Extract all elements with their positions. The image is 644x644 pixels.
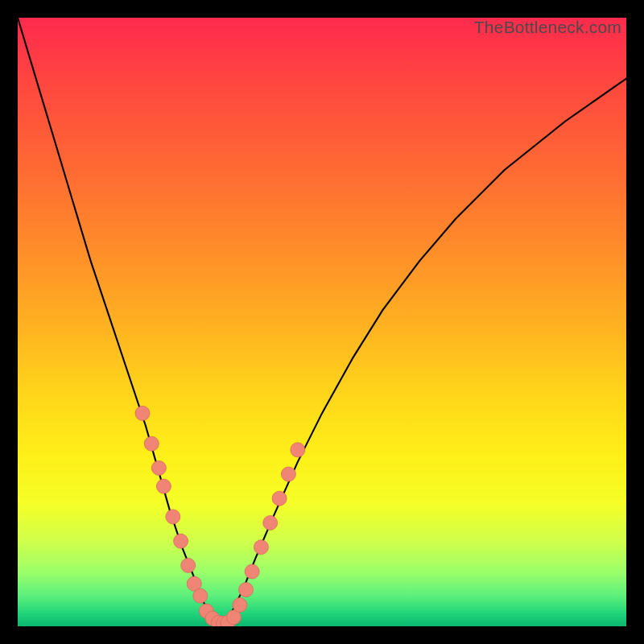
- marker-dot: [199, 604, 213, 618]
- bottleneck-curve: [18, 18, 626, 623]
- marker-dot: [281, 467, 295, 481]
- marker-dot: [233, 598, 247, 613]
- marker-dot: [193, 588, 208, 603]
- marker-dot: [144, 436, 159, 451]
- marker-dot: [156, 479, 171, 493]
- marker-dot: [205, 611, 220, 625]
- marker-dot: [263, 516, 278, 530]
- marker-dot: [226, 610, 241, 625]
- marker-dot: [239, 583, 254, 597]
- marker-group: [135, 406, 305, 626]
- marker-dot: [174, 534, 188, 548]
- marker-dot: [221, 616, 235, 627]
- marker-dot: [187, 576, 201, 591]
- chart-svg: [18, 18, 626, 626]
- marker-dot: [151, 460, 166, 475]
- watermark-text: TheBottleneck.com: [474, 18, 621, 37]
- marker-dot: [212, 616, 226, 627]
- marker-dot: [254, 540, 268, 555]
- marker-dot: [291, 443, 305, 457]
- marker-dot: [181, 558, 196, 572]
- marker-dot: [272, 491, 287, 506]
- marker-dot: [245, 564, 259, 579]
- chart-frame: TheBottleneck.com: [0, 0, 644, 644]
- plot-area: TheBottleneck.com: [18, 18, 626, 626]
- marker-dot: [135, 406, 150, 420]
- marker-dot: [217, 616, 231, 626]
- marker-dot: [166, 510, 180, 524]
